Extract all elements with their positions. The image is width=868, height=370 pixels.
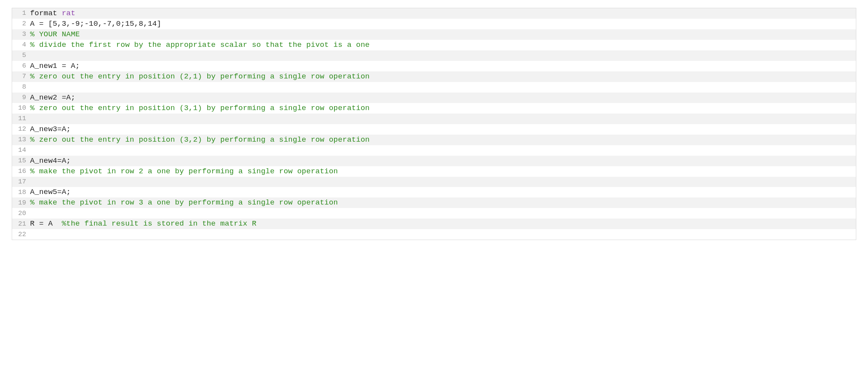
code-token: A = [5,3,-9;-10,-7,0;15,8,14]: [30, 20, 161, 28]
code-line: 17: [12, 177, 856, 187]
code-token: [30, 209, 35, 217]
code-token: [30, 51, 35, 60]
code-content: % zero out the entry in position (2,1) b…: [28, 71, 856, 82]
code-content: [28, 177, 856, 187]
line-number: 19: [12, 197, 28, 208]
code-line: 10% zero out the entry in position (3,1)…: [12, 103, 856, 114]
code-content: A = [5,3,-9;-10,-7,0;15,8,14]: [28, 19, 856, 29]
code-token: A_new3=A;: [30, 125, 71, 133]
code-content: R = A %the final result is stored in the…: [28, 219, 856, 229]
code-line: 4% divide the first row by the appropria…: [12, 40, 856, 50]
code-content: [28, 145, 856, 156]
line-number: 16: [12, 166, 28, 177]
code-token: A_new4=A;: [30, 157, 71, 165]
code-token: % YOUR NAME: [30, 30, 80, 39]
code-content: % YOUR NAME: [28, 29, 856, 40]
line-number: 5: [12, 50, 28, 61]
code-line: 8: [12, 82, 856, 92]
code-line: 2A = [5,3,-9;-10,-7,0;15,8,14]: [12, 19, 856, 29]
code-content: % make the pivot in row 3 a one by perfo…: [28, 197, 856, 208]
code-content: [28, 208, 856, 219]
code-content: A_new1 = A;: [28, 61, 856, 71]
code-content: % zero out the entry in position (3,2) b…: [28, 135, 856, 145]
code-line: 7% zero out the entry in position (2,1) …: [12, 71, 856, 82]
code-line: 19% make the pivot in row 3 a one by per…: [12, 197, 856, 208]
code-line: 20: [12, 208, 856, 219]
code-content: A_new5=A;: [28, 187, 856, 197]
line-number: 3: [12, 29, 28, 40]
code-token: [30, 114, 35, 123]
line-number: 6: [12, 61, 28, 71]
code-token: % zero out the entry in position (3,2) b…: [30, 135, 370, 144]
line-number: 7: [12, 71, 28, 82]
code-content: [28, 50, 856, 61]
code-token: % zero out the entry in position (3,1) b…: [30, 104, 370, 112]
line-number: 10: [12, 103, 28, 114]
code-line: 1format rat: [12, 8, 856, 19]
code-content: A_new3=A;: [28, 124, 856, 135]
code-line: 9A_new2 =A;: [12, 92, 856, 103]
code-token: A_new1 = A;: [30, 62, 80, 70]
code-token: [30, 146, 35, 155]
code-line: 11: [12, 114, 856, 124]
code-line: 14: [12, 145, 856, 156]
code-token: % make the pivot in row 2 a one by perfo…: [30, 167, 338, 176]
line-number: 12: [12, 124, 28, 135]
line-number: 18: [12, 187, 28, 197]
code-line: 16% make the pivot in row 2 a one by per…: [12, 166, 856, 177]
line-number: 14: [12, 145, 28, 156]
code-block: 1format rat2A = [5,3,-9;-10,-7,0;15,8,14…: [12, 8, 856, 240]
code-token: rat: [62, 9, 75, 18]
line-number: 4: [12, 40, 28, 50]
code-token: % divide the first row by the appropriat…: [30, 41, 370, 49]
code-line: 5: [12, 50, 856, 61]
code-token: [30, 83, 35, 91]
code-token: %the final result is stored in the matri…: [62, 219, 256, 228]
line-number: 2: [12, 19, 28, 29]
code-line: 12A_new3=A;: [12, 124, 856, 135]
code-token: % make the pivot in row 3 a one by perfo…: [30, 198, 338, 207]
code-content: [28, 82, 856, 92]
line-number: 22: [12, 229, 28, 240]
code-line: 18A_new5=A;: [12, 187, 856, 197]
code-token: [30, 230, 35, 238]
code-content: A_new4=A;: [28, 156, 856, 166]
code-content: % divide the first row by the appropriat…: [28, 40, 856, 50]
line-number: 1: [12, 8, 28, 19]
code-token: R = A: [30, 219, 62, 228]
code-token: A_new5=A;: [30, 188, 71, 196]
code-line: 21R = A %the final result is stored in t…: [12, 219, 856, 229]
line-number: 17: [12, 177, 28, 187]
code-line: 3% YOUR NAME: [12, 29, 856, 40]
code-content: % zero out the entry in position (3,1) b…: [28, 103, 856, 114]
code-token: A_new2 =A;: [30, 93, 75, 102]
line-number: 15: [12, 156, 28, 166]
code-token: format: [30, 9, 62, 18]
code-token: [30, 178, 35, 186]
line-number: 21: [12, 219, 28, 229]
code-line: 6A_new1 = A;: [12, 61, 856, 71]
code-content: [28, 229, 856, 240]
code-line: 13% zero out the entry in position (3,2)…: [12, 135, 856, 145]
line-number: 11: [12, 114, 28, 124]
code-token: % zero out the entry in position (2,1) b…: [30, 72, 370, 81]
line-number: 13: [12, 135, 28, 145]
code-line: 15A_new4=A;: [12, 156, 856, 166]
code-line: 22: [12, 229, 856, 240]
code-content: % make the pivot in row 2 a one by perfo…: [28, 166, 856, 177]
line-number: 9: [12, 92, 28, 103]
line-number: 8: [12, 82, 28, 92]
code-content: [28, 114, 856, 124]
line-number: 20: [12, 208, 28, 219]
code-content: format rat: [28, 8, 856, 19]
code-content: A_new2 =A;: [28, 92, 856, 103]
